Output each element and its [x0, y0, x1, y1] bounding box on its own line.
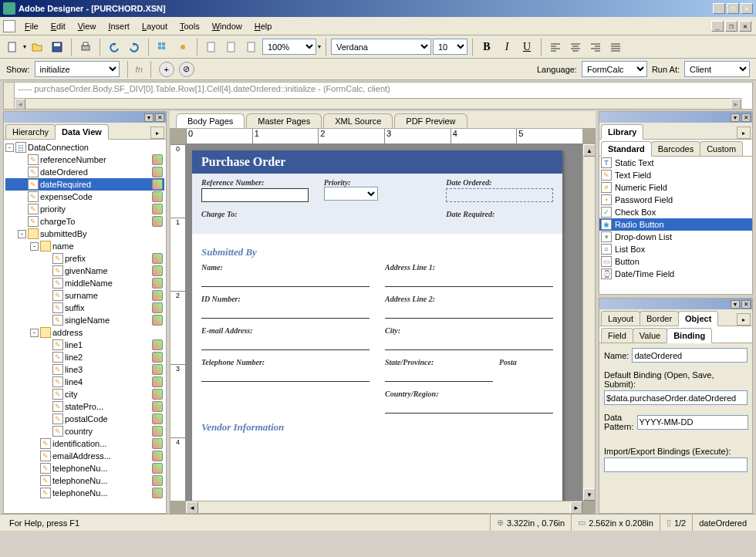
script-text[interactable]: ----- purchaseOrder.Body.SF_DIV[0].Table… — [15, 83, 752, 95]
tab-value[interactable]: Value — [633, 328, 667, 343]
menu-file[interactable]: File — [19, 19, 45, 33]
library-item-password-field[interactable]: •Password Field — [599, 194, 752, 206]
page3-button[interactable] — [242, 38, 261, 56]
tree-node-singleName[interactable]: singleName — [5, 314, 164, 326]
tree-node-prefix[interactable]: prefix — [5, 252, 164, 265]
toggle-button[interactable] — [174, 38, 192, 56]
tree-node-country[interactable]: country — [5, 425, 164, 437]
align-left-button[interactable] — [546, 38, 565, 56]
panel-dropdown-button[interactable]: ▾ — [144, 113, 154, 122]
priority-field[interactable] — [324, 187, 378, 201]
address2-field[interactable] — [385, 305, 553, 319]
country-field[interactable] — [385, 400, 553, 414]
bold-button[interactable]: B — [478, 38, 496, 56]
menu-help[interactable]: Help — [248, 19, 278, 33]
city-field[interactable] — [385, 336, 553, 350]
scroll-left-button[interactable]: ◄ — [15, 99, 25, 110]
design-area[interactable]: 012345 01234 Purchase Order Reference Nu… — [170, 128, 596, 514]
library-item-static-text[interactable]: TStatic Text — [599, 157, 752, 169]
tab-xml-source[interactable]: XML Source — [323, 113, 393, 128]
library-item-drop-down-list[interactable]: ▾Drop-down List — [599, 231, 752, 243]
tree-node-givenName[interactable]: givenName — [5, 265, 164, 277]
tab-layout[interactable]: Layout — [601, 311, 640, 326]
date-ordered-field[interactable] — [446, 188, 553, 202]
tree-node-referenceNumber[interactable]: referenceNumber — [5, 154, 164, 166]
function-icon[interactable]: fn — [136, 65, 143, 74]
library-item-text-field[interactable]: ✎Text Field — [599, 169, 752, 181]
tree-node-surname[interactable]: surname — [5, 289, 164, 302]
default-binding-field[interactable] — [604, 390, 748, 405]
tree-node-name[interactable]: -name — [5, 240, 164, 252]
save-button[interactable] — [48, 38, 66, 56]
horizontal-scrollbar[interactable]: ◄ ► — [186, 501, 582, 513]
library-item-button[interactable]: ▭Button — [599, 255, 752, 268]
page2-button[interactable] — [222, 38, 241, 56]
close-button[interactable]: ✕ — [741, 3, 753, 14]
document-icon[interactable] — [3, 20, 15, 32]
tree-node-dateOrdered[interactable]: dateOrdered — [5, 166, 164, 178]
tree-node-telephoneNu...[interactable]: telephoneNu... — [5, 462, 164, 474]
tab-border[interactable]: Border — [640, 311, 679, 326]
menu-edit[interactable]: Edit — [45, 19, 72, 33]
email-field[interactable] — [201, 336, 370, 350]
tab-pdf-preview[interactable]: PDF Preview — [394, 113, 467, 128]
form-page[interactable]: Purchase Order Reference Number: Priorit… — [192, 150, 562, 501]
tree-node-dateRequired[interactable]: dateRequired — [5, 178, 164, 191]
redo-button[interactable] — [125, 38, 143, 56]
tab-master-pages[interactable]: Master Pages — [246, 113, 322, 128]
data-tree[interactable]: -DataConnectionreferenceNumberdateOrdere… — [4, 140, 166, 513]
tab-custom[interactable]: Custom — [700, 141, 743, 156]
runat-select[interactable]: Client — [684, 61, 750, 77]
name-field[interactable] — [201, 273, 370, 287]
menu-insert[interactable]: Insert — [102, 19, 136, 33]
page1-button[interactable] — [202, 38, 221, 56]
italic-button[interactable]: I — [498, 38, 516, 56]
library-menu-button[interactable]: ▸ — [737, 127, 751, 139]
tree-node-statePro...[interactable]: statePro... — [5, 400, 164, 413]
tab-standard[interactable]: Standard — [601, 141, 652, 157]
object-dropdown-button[interactable]: ▾ — [731, 300, 740, 309]
tree-node-expenseCode[interactable]: expenseCode — [5, 191, 164, 203]
align-right-button[interactable] — [586, 38, 605, 56]
library-list[interactable]: TStatic Text✎Text Field#Numeric Field•Pa… — [599, 157, 752, 294]
child-minimize-button[interactable]: _ — [711, 21, 724, 32]
open-button[interactable] — [28, 38, 46, 56]
tree-node-priority[interactable]: priority — [5, 203, 164, 215]
tab-library[interactable]: Library — [601, 124, 643, 140]
tab-body-pages[interactable]: Body Pages — [176, 113, 245, 128]
library-close-button[interactable]: ✕ — [741, 113, 751, 122]
id-field[interactable] — [201, 305, 370, 319]
tree-node-identification...[interactable]: identification... — [5, 437, 164, 450]
object-menu-button[interactable]: ▸ — [737, 313, 751, 326]
child-close-button[interactable]: ✕ — [739, 21, 751, 32]
tree-node-line1[interactable]: line1 — [5, 339, 164, 351]
scroll-right-button[interactable]: ► — [731, 99, 741, 110]
tree-node-telephoneNu...[interactable]: telephoneNu... — [5, 474, 164, 487]
tree-node-telephoneNu...[interactable]: telephoneNu... — [5, 487, 164, 499]
maximize-button[interactable]: ❐ — [727, 3, 739, 14]
binding-name-field[interactable] — [632, 348, 748, 363]
remove-script-button[interactable]: ⊘ — [179, 62, 194, 77]
tree-node-line4[interactable]: line4 — [5, 376, 164, 388]
align-justify-button[interactable] — [606, 38, 625, 56]
tab-object[interactable]: Object — [678, 311, 718, 326]
library-item-numeric-field[interactable]: #Numeric Field — [599, 181, 752, 194]
data-pattern-field[interactable] — [637, 415, 748, 430]
zoom-select[interactable]: 100% — [262, 39, 316, 55]
object-close-button[interactable]: ✕ — [741, 300, 751, 309]
state-field[interactable] — [385, 368, 493, 382]
minimize-button[interactable]: _ — [713, 3, 725, 14]
tree-node-submittedBy[interactable]: -submittedBy — [5, 228, 164, 240]
library-dropdown-button[interactable]: ▾ — [731, 113, 740, 122]
library-item-list-box[interactable]: ≡List Box — [599, 243, 752, 255]
underline-button[interactable]: U — [518, 38, 536, 56]
menu-window[interactable]: Window — [206, 19, 248, 33]
child-restore-button[interactable]: ❐ — [725, 21, 737, 32]
tree-node-city[interactable]: city — [5, 388, 164, 400]
tab-field[interactable]: Field — [601, 328, 633, 343]
tree-node-postalCode[interactable]: postalCode — [5, 413, 164, 425]
tree-node-chargeTo[interactable]: chargeTo — [5, 215, 164, 228]
grid-button[interactable] — [154, 38, 172, 56]
tree-node-line2[interactable]: line2 — [5, 351, 164, 363]
menu-view[interactable]: View — [72, 19, 103, 33]
